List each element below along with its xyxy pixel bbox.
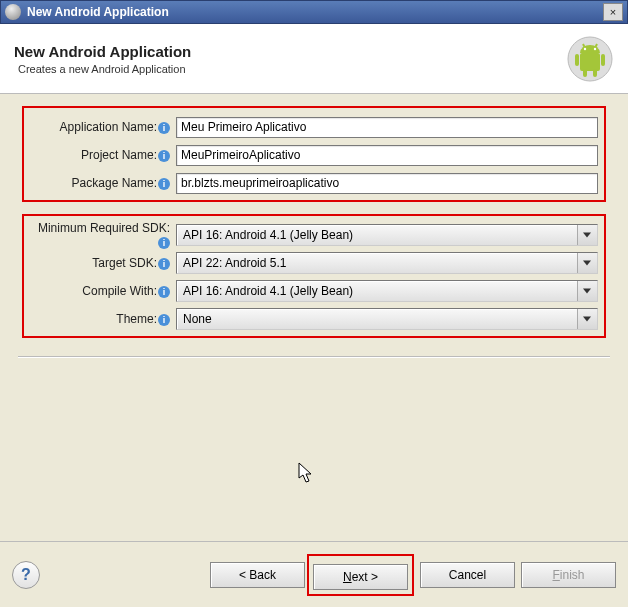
help-button[interactable]: ?	[12, 561, 40, 589]
app-name-input[interactable]	[176, 117, 598, 138]
wizard-footer: ? < Back Next > Cancel Finish	[0, 541, 628, 607]
close-icon: ×	[610, 6, 616, 18]
theme-row: Theme:i None	[30, 308, 598, 330]
svg-rect-5	[593, 69, 597, 77]
svg-rect-1	[580, 53, 600, 71]
compile-with-value: API 16: Android 4.1 (Jelly Bean)	[183, 284, 353, 298]
wizard-content: Application Name:i Project Name:i Packag…	[0, 94, 628, 541]
theme-dropdown[interactable]: None	[176, 308, 598, 330]
project-name-row: Project Name:i	[30, 144, 598, 166]
info-icon[interactable]: i	[158, 286, 170, 298]
info-icon[interactable]: i	[158, 150, 170, 162]
target-sdk-value: API 22: Android 5.1	[183, 256, 286, 270]
info-icon[interactable]: i	[158, 122, 170, 134]
next-button[interactable]: Next >	[313, 564, 408, 590]
finish-button: Finish	[521, 562, 616, 588]
eclipse-icon	[5, 4, 21, 20]
target-sdk-dropdown[interactable]: API 22: Android 5.1	[176, 252, 598, 274]
chevron-down-icon	[577, 309, 597, 329]
svg-rect-3	[601, 54, 605, 66]
info-icon[interactable]: i	[158, 314, 170, 326]
chevron-down-icon	[577, 281, 597, 301]
svg-point-8	[584, 47, 586, 49]
svg-rect-2	[575, 54, 579, 66]
back-button[interactable]: < Back	[210, 562, 305, 588]
info-icon[interactable]: i	[158, 178, 170, 190]
window-title: New Android Application	[27, 5, 603, 19]
package-name-label: Package Name:i	[30, 176, 172, 190]
compile-with-row: Compile With:i API 16: Android 4.1 (Jell…	[30, 280, 598, 302]
page-title: New Android Application	[14, 43, 566, 60]
app-name-label: Application Name:i	[30, 120, 172, 134]
cancel-button[interactable]: Cancel	[420, 562, 515, 588]
android-icon	[566, 35, 614, 83]
divider	[18, 356, 610, 358]
info-icon[interactable]: i	[158, 237, 170, 249]
wizard-header: New Android Application Creates a new An…	[0, 24, 628, 94]
mouse-cursor-icon	[298, 462, 316, 487]
sdk-group-highlight: Minimum Required SDK:i API 16: Android 4…	[22, 214, 606, 338]
chevron-down-icon	[577, 225, 597, 245]
next-button-highlight: Next >	[307, 554, 414, 596]
svg-point-9	[594, 47, 596, 49]
min-sdk-label: Minimum Required SDK:i	[30, 221, 172, 249]
app-name-row: Application Name:i	[30, 116, 598, 138]
min-sdk-row: Minimum Required SDK:i API 16: Android 4…	[30, 224, 598, 246]
page-subtitle: Creates a new Android Application	[18, 63, 566, 75]
project-name-label: Project Name:i	[30, 148, 172, 162]
package-name-row: Package Name:i	[30, 172, 598, 194]
min-sdk-value: API 16: Android 4.1 (Jelly Bean)	[183, 228, 353, 242]
theme-value: None	[183, 312, 212, 326]
target-sdk-row: Target SDK:i API 22: Android 5.1	[30, 252, 598, 274]
project-name-input[interactable]	[176, 145, 598, 166]
min-sdk-dropdown[interactable]: API 16: Android 4.1 (Jelly Bean)	[176, 224, 598, 246]
target-sdk-label: Target SDK:i	[30, 256, 172, 270]
theme-label: Theme:i	[30, 312, 172, 326]
close-button[interactable]: ×	[603, 3, 623, 21]
package-name-input[interactable]	[176, 173, 598, 194]
compile-with-label: Compile With:i	[30, 284, 172, 298]
titlebar: New Android Application ×	[0, 0, 628, 24]
chevron-down-icon	[577, 253, 597, 273]
naming-group-highlight: Application Name:i Project Name:i Packag…	[22, 106, 606, 202]
info-icon[interactable]: i	[158, 258, 170, 270]
compile-with-dropdown[interactable]: API 16: Android 4.1 (Jelly Bean)	[176, 280, 598, 302]
svg-rect-4	[583, 69, 587, 77]
